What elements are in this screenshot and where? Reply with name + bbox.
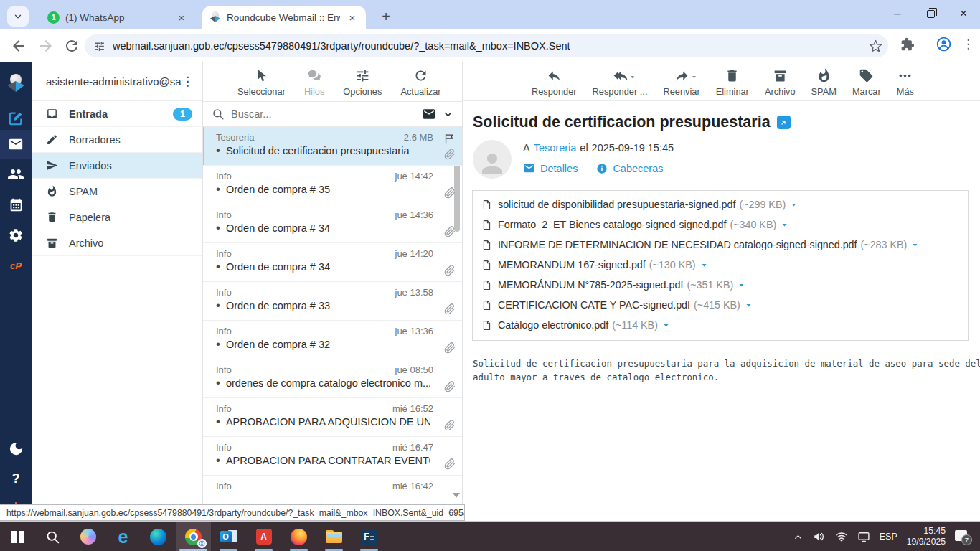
close-tab-icon[interactable]: × xyxy=(346,11,359,24)
volume-icon[interactable] xyxy=(813,530,826,543)
calendar-nav-button[interactable] xyxy=(0,190,32,219)
select-button[interactable]: Seleccionar xyxy=(237,68,286,97)
list-item[interactable]: Info jue 14:36 • Orden de compra # 34 xyxy=(203,204,462,243)
list-item[interactable]: Info jue 13:58 • Orden de compra # 33 xyxy=(203,282,462,321)
settings-nav-button[interactable] xyxy=(0,221,32,250)
site-settings-icon[interactable] xyxy=(93,40,105,52)
download-caret-icon[interactable] xyxy=(910,240,920,250)
recipient-line: A Tesoreria el 2025-09-19 15:45 xyxy=(523,142,674,154)
threads-button[interactable]: Hilos xyxy=(304,68,324,97)
folder-menu-icon[interactable]: ⋮ xyxy=(182,74,194,89)
attachment-link[interactable]: MEMORÁNDUM N°785-2025-signed.pdf (~351 K… xyxy=(481,275,746,295)
taskbar-search-button[interactable] xyxy=(35,522,70,551)
edge-button[interactable] xyxy=(141,522,176,551)
download-caret-icon[interactable] xyxy=(744,301,753,310)
sidebar-item-spam[interactable]: SPAM xyxy=(32,179,202,204)
acrobat-button[interactable]: A xyxy=(246,522,281,551)
bookmark-star-icon[interactable] xyxy=(869,39,882,53)
dropdown-caret-icon[interactable] xyxy=(690,73,698,81)
sidebar-item-inbox[interactable]: Entrada 1 xyxy=(32,101,202,127)
attachment-link[interactable]: solicitud de disponibilidad presupuestar… xyxy=(481,194,798,215)
list-item[interactable]: Info jue 08:50 • ordenes de compra catal… xyxy=(203,359,462,398)
file-explorer-button[interactable] xyxy=(316,522,352,551)
start-button[interactable] xyxy=(0,522,35,551)
reply-all-button[interactable]: Responder ... xyxy=(593,68,648,97)
archive-button[interactable]: Archivo xyxy=(765,68,796,97)
new-tab-button[interactable]: + xyxy=(376,6,396,27)
dropdown-caret-icon[interactable] xyxy=(628,73,636,81)
tab-roundcube[interactable]: Roundcube Webmail :: Enviados × xyxy=(202,6,366,29)
list-item[interactable]: Info jue 14:42 • Orden de compra # 35 xyxy=(203,166,462,204)
f-app-button[interactable]: F xyxy=(352,522,387,551)
flag-icon[interactable] xyxy=(443,133,456,145)
attachment-name: Catálogo electrónico.pdf xyxy=(498,319,608,331)
options-button[interactable]: Opciones xyxy=(343,68,382,97)
compose-button[interactable] xyxy=(0,104,32,133)
forward-button[interactable]: Reenviar xyxy=(663,68,699,97)
spam-button[interactable]: SPAM xyxy=(811,68,837,97)
chrome-button[interactable] xyxy=(176,522,211,551)
forward-button[interactable] xyxy=(37,37,55,55)
open-in-new-window-button[interactable] xyxy=(777,116,791,129)
help-button[interactable]: ? xyxy=(0,464,32,493)
mark-button[interactable]: Marcar xyxy=(852,68,881,97)
attachment-link[interactable]: Formato_2_ET Bienes catalogo-signed-sign… xyxy=(481,215,789,235)
contacts-nav-button[interactable] xyxy=(0,160,32,189)
browser-menu-icon[interactable]: ⋮ xyxy=(962,37,974,52)
download-caret-icon[interactable] xyxy=(780,220,789,230)
sidebar-item-trash[interactable]: Papelera xyxy=(32,204,202,230)
attachment-link[interactable]: INFORME DE DETERMINACION DE NECESIDAD ca… xyxy=(481,235,920,255)
tray-expand-chevron-icon[interactable] xyxy=(793,532,804,542)
refresh-button[interactable]: Actualizar xyxy=(400,68,440,97)
notification-center-button[interactable]: 7 xyxy=(955,529,971,544)
list-item[interactable]: Info jue 14:20 • Orden de compra # 34 xyxy=(203,243,462,282)
list-item[interactable]: Tesoreria 2.6 MB • Solicitud de certific… xyxy=(203,127,462,166)
sidebar-item-archive[interactable]: Archivo xyxy=(32,230,202,256)
outlook-button[interactable]: O xyxy=(211,522,246,551)
cpanel-logo[interactable]: cP xyxy=(0,251,32,280)
sidebar-item-drafts[interactable]: Borradores xyxy=(32,127,202,153)
download-caret-icon[interactable] xyxy=(737,281,746,290)
attachment-link[interactable]: CERTIFICACION CATE Y PAC-signed.pdf (~41… xyxy=(481,295,753,315)
search-options-chevron-icon[interactable] xyxy=(443,109,453,120)
folder-panel: asistente-administrativo@sa... ⋮ Entrada… xyxy=(32,62,203,522)
details-link[interactable]: Detalles xyxy=(523,162,578,174)
download-caret-icon[interactable] xyxy=(789,200,798,209)
list-item[interactable]: Info mié 16:47 • APROBACION PARA CONTRAT… xyxy=(203,437,462,476)
list-item[interactable]: Info mié 16:52 • APROBACION PARA ADQUISI… xyxy=(203,398,462,437)
list-item[interactable]: Info mié 16:42 • xyxy=(203,476,462,504)
delete-button[interactable]: Eliminar xyxy=(716,68,749,97)
minimize-button[interactable]: – xyxy=(881,0,914,27)
recipient-link[interactable]: Tesoreria xyxy=(534,142,577,154)
attachment-link[interactable]: MEMORANDUM 167-signed.pdf (~130 KB) xyxy=(481,255,709,275)
firefox-button[interactable] xyxy=(281,522,316,551)
clock[interactable]: 15:45 19/9/2025 xyxy=(907,526,946,547)
tab-whatsapp[interactable]: 1 (1) WhatsApp × xyxy=(40,6,195,29)
reply-button[interactable]: Responder xyxy=(532,68,577,97)
download-caret-icon[interactable] xyxy=(699,260,709,270)
dark-mode-button[interactable] xyxy=(0,434,32,463)
download-caret-icon[interactable] xyxy=(661,321,671,330)
attachment-link[interactable]: Catálogo electrónico.pdf (~114 KB) xyxy=(481,315,671,335)
close-tab-icon[interactable]: × xyxy=(175,11,188,24)
copilot-button[interactable] xyxy=(70,522,105,551)
reload-button[interactable] xyxy=(63,37,80,55)
close-window-button[interactable]: × xyxy=(947,0,980,27)
internet-explorer-button[interactable]: e xyxy=(105,522,141,551)
wifi-icon[interactable] xyxy=(835,530,848,543)
search-scope-icon[interactable] xyxy=(422,107,436,121)
more-button[interactable]: Más xyxy=(897,68,914,97)
search-input[interactable] xyxy=(231,108,415,120)
tab-search-button[interactable] xyxy=(7,6,29,27)
sidebar-item-sent[interactable]: Enviados xyxy=(32,153,202,179)
display-icon[interactable] xyxy=(857,530,870,543)
headers-link[interactable]: Cabeceras xyxy=(596,163,663,174)
restore-button[interactable] xyxy=(914,0,947,27)
address-bar[interactable]: webmail.sanjuan.gob.ec/cpsess5479880491/… xyxy=(85,34,888,57)
language-indicator[interactable]: ESP xyxy=(880,532,897,542)
back-button[interactable] xyxy=(10,37,27,55)
list-item[interactable]: Info jue 13:36 • Orden de compra # 32 xyxy=(203,321,462,359)
mail-nav-button[interactable] xyxy=(0,130,32,159)
extensions-icon[interactable] xyxy=(900,37,915,52)
profile-avatar-icon[interactable] xyxy=(936,36,952,52)
